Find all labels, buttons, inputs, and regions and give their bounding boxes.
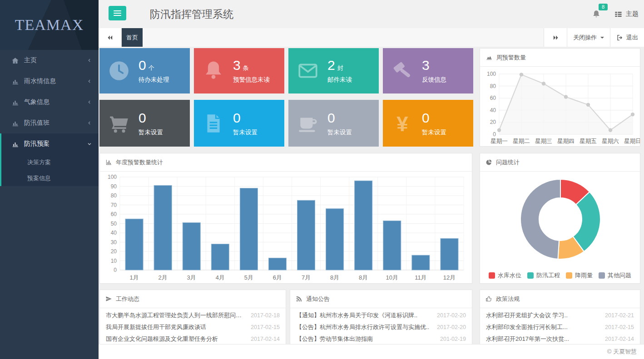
stat-card-warnings[interactable]: 3条 预警信息未读: [194, 48, 284, 93]
chevron-left-icon: [87, 58, 92, 63]
close-operations-dropdown[interactable]: 关闭操作: [567, 28, 610, 47]
legend-label: 防汛工程: [536, 271, 560, 280]
stat-card-mail[interactable]: 2封 邮件未读: [288, 48, 379, 93]
stat-body: 0 暂未设置: [422, 110, 446, 136]
weekly-line-chart: 020406080100星期一星期二星期三星期四星期五星期六星期日: [480, 67, 640, 147]
sidebar-group-plans: 防汛预案 决策方案 预案信息: [0, 133, 99, 186]
sidebar-subitem-plan-info[interactable]: 预案信息: [1, 170, 99, 186]
sign-out-icon: [616, 34, 624, 41]
legend-item[interactable]: 防汛工程: [527, 271, 560, 280]
donut-legend: 水库水位防汛工程降雨量其他问题: [480, 271, 640, 280]
sidebar-item-home[interactable]: 主页: [0, 50, 99, 71]
sidebar-subitem-label: 决策方案: [27, 158, 51, 167]
news-item[interactable]: 我局开展新提拔任用干部党风廉政谈话2017-02-15: [100, 321, 286, 333]
news-item[interactable]: 【公告】杭州市水务局排水行政许可设置与实施优..2017-02-20: [290, 321, 472, 333]
legend-swatch: [566, 272, 572, 279]
stat-value: 3: [422, 58, 430, 73]
svg-text:4月: 4月: [216, 274, 225, 281]
svg-text:8月: 8月: [330, 274, 339, 281]
tabs-scroll-right-button[interactable]: [544, 28, 567, 47]
stat-card-unset-3[interactable]: 0 暂未设置: [288, 100, 379, 147]
sidebar-item-plans[interactable]: 防汛预案: [1, 133, 99, 154]
svg-text:星期六: 星期六: [602, 138, 619, 144]
news-item[interactable]: 【公告】劳动节集体出游指南201-02-19: [290, 333, 472, 345]
sidebar-item-label: 防汛预案: [24, 140, 87, 148]
news-item[interactable]: 水利部召开党组扩大会议 学习..2017-02-21: [480, 310, 640, 321]
legend-item[interactable]: 其他问题: [599, 271, 631, 280]
notifications-button[interactable]: 8: [590, 5, 609, 24]
svg-text:40: 40: [111, 230, 117, 236]
panel-title: 问题统计: [496, 154, 520, 171]
problems-donut-chart: [480, 172, 640, 267]
stat-label: 暂未设置: [139, 128, 163, 136]
legend-item[interactable]: 降雨量: [566, 271, 593, 280]
svg-text:7月: 7月: [302, 274, 311, 281]
sidebar-item-duty[interactable]: 防汛值班: [0, 113, 99, 133]
footer: © 天夏智慧: [99, 344, 644, 359]
stat-card-todo[interactable]: 0个 待办未处理: [99, 48, 190, 93]
sidebar-item-weather[interactable]: 气象信息: [0, 92, 99, 113]
news-item[interactable]: 水利部召开2017年第一次扶贫...2017-02-14: [480, 333, 640, 345]
stat-label: 暂未设置: [233, 128, 258, 136]
double-chevron-left-icon: [106, 34, 114, 41]
svg-text:星期五: 星期五: [580, 138, 597, 144]
annual-bar-chart: 01020304050607080901001月2月3月4月5月6月7月8月8月…: [100, 172, 472, 284]
svg-text:70: 70: [111, 202, 117, 208]
svg-text:2月: 2月: [159, 274, 168, 281]
panel-header: 通知公告: [290, 290, 472, 308]
panel-title: 周预警数量: [496, 49, 526, 66]
news-title: 【公告】劳动节集体出游指南: [296, 333, 436, 345]
svg-text:0: 0: [114, 267, 117, 273]
stat-card-unset-1[interactable]: 0 暂未设置: [99, 100, 190, 147]
home-icon: [11, 57, 19, 64]
policies-panel: 政策法规 水利部召开党组扩大会议 学习..2017-02-21 水利部印发全面推…: [480, 290, 640, 345]
stat-value: 2: [327, 58, 335, 73]
stat-value: 0: [327, 110, 335, 125]
panel-header: 政策法规: [480, 290, 640, 308]
news-item[interactable]: 【通知】杭州市水务局关于印发《河道标识牌..2017-02-20: [290, 310, 472, 321]
weekly-warnings-panel: 周预警数量 020406080100星期一星期二星期三星期四星期五星期六星期日: [480, 48, 640, 147]
svg-text:40: 40: [490, 107, 496, 113]
panel-title: 通知公告: [306, 290, 330, 308]
stat-label: 反馈信息: [422, 76, 446, 84]
news-item[interactable]: 市大鹏半岛水源工程管理处负责人到一线部所慰问新春2017-02-18: [100, 310, 286, 321]
close-operations-label: 关闭操作: [573, 34, 597, 42]
svg-text:100: 100: [108, 174, 117, 180]
sidebar-subitem-decision-plan[interactable]: 决策方案: [1, 154, 99, 170]
sidebar-toggle-button[interactable]: [109, 6, 126, 20]
stat-card-feedback[interactable]: 3 反馈信息: [383, 48, 473, 93]
panel-title: 工作动态: [116, 290, 139, 308]
stat-card-unset-2[interactable]: 0 暂未设置: [194, 100, 284, 147]
news-item[interactable]: 国有企业文化问题根源及文化重塑任务分析2017-02-14: [100, 333, 286, 345]
envelope-icon: [297, 59, 319, 82]
news-date: 201-02-19: [440, 333, 466, 345]
svg-text:¥: ¥: [396, 112, 408, 134]
sidebar-item-label: 雨水情信息: [24, 77, 87, 85]
svg-text:30: 30: [111, 239, 117, 246]
tab-home[interactable]: 首页: [122, 28, 143, 47]
legend-label: 降雨量: [575, 271, 593, 280]
theme-button[interactable]: 主题: [614, 8, 639, 20]
svg-text:星期二: 星期二: [513, 138, 530, 144]
bell-icon: [202, 59, 225, 82]
legend-label: 水库水位: [498, 271, 521, 280]
chevron-left-icon: [87, 79, 92, 84]
legend-item[interactable]: 水库水位: [489, 271, 521, 280]
bar-chart-icon: [11, 119, 19, 127]
tabbar-controls: 关闭操作 退出: [544, 28, 644, 47]
news-list: 【通知】杭州市水务局关于印发《河道标识牌..2017-02-20 【公告】杭州市…: [290, 308, 472, 345]
sidebar-item-rainwater[interactable]: 雨水情信息: [0, 71, 99, 92]
news-item[interactable]: 水利部印发全面推行河长制工...2017-02-15: [480, 321, 640, 333]
sidebar-subitem-label: 预案信息: [27, 174, 51, 182]
svg-text:1月: 1月: [129, 274, 139, 281]
news-title: 水利部召开党组扩大会议 学习..: [486, 310, 600, 321]
svg-text:3月: 3月: [187, 274, 196, 281]
svg-text:90: 90: [111, 183, 117, 190]
stat-body: 0个 待办未处理: [139, 58, 169, 84]
tabs-scroll-left-button[interactable]: [99, 28, 122, 47]
stat-card-unset-4[interactable]: ¥ 0 暂未设置: [383, 100, 473, 147]
chevron-down-icon: [87, 141, 92, 147]
exit-button[interactable]: 退出: [610, 28, 644, 47]
stat-body: 3 反馈信息: [422, 58, 446, 84]
svg-text:60: 60: [490, 95, 496, 101]
